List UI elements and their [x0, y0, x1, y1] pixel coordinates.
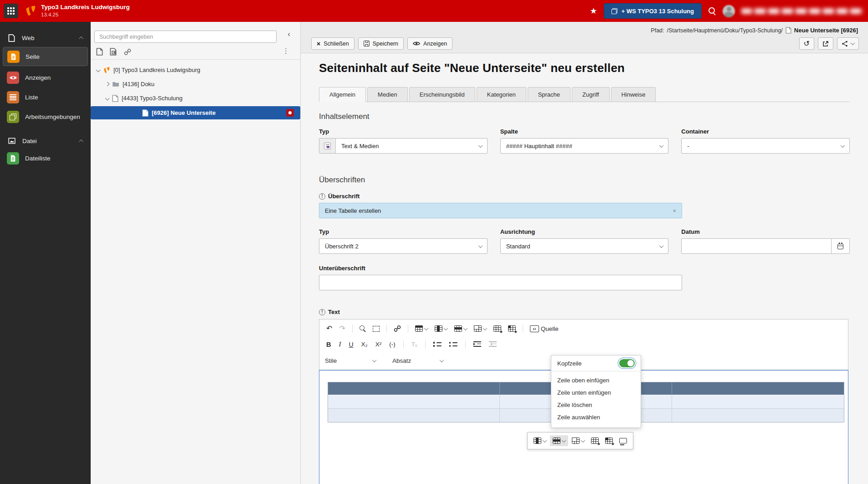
spalte-select[interactable]: ##### Hauptinhalt #####	[500, 138, 669, 154]
cell-properties-button[interactable]	[506, 324, 518, 334]
insert-link-button[interactable]	[391, 323, 403, 334]
source-button[interactable]: ‹› Quelle	[528, 324, 561, 334]
balloon-table-properties-button[interactable]	[588, 435, 601, 446]
sidebar-item-dateiliste[interactable]: Dateiliste	[3, 150, 88, 166]
close-button[interactable]: × Schließen	[311, 37, 354, 50]
collapse-tree-icon[interactable]: ‹	[288, 30, 290, 38]
tab-medien[interactable]: Medien	[367, 87, 408, 102]
tree-node-root[interactable]: [0] Typo3 Landkreis Ludwigsburg	[91, 63, 300, 77]
sidebar-item-liste[interactable]: Liste	[3, 89, 88, 105]
tree-node-neue-unterseite-selected[interactable]: [6926] Neue Unterseite	[91, 106, 300, 119]
user-avatar[interactable]	[723, 5, 735, 17]
clear-field-icon[interactable]: ×	[673, 207, 676, 214]
header-row-toggle-switch[interactable]	[619, 359, 635, 367]
redo-button[interactable]: ↷	[337, 323, 347, 334]
chevron-down-icon[interactable]	[96, 68, 101, 72]
history-button[interactable]: ↺	[799, 37, 814, 50]
italic-button[interactable]: I	[336, 339, 343, 350]
container-select[interactable]: -	[681, 138, 850, 154]
view-button-label: Anzeigen	[423, 41, 447, 47]
tree-search-input[interactable]	[94, 31, 277, 43]
ueberschrift-typ-select[interactable]: Überschrift 2	[319, 238, 488, 254]
tab-zugriff[interactable]: Zugriff	[572, 87, 610, 102]
table-icon	[415, 325, 423, 332]
merge-cells-button[interactable]	[472, 324, 489, 334]
balloon-cell-properties-button[interactable]	[602, 435, 616, 446]
balloon-column-button[interactable]	[531, 435, 549, 446]
table-row-button[interactable]	[452, 324, 469, 334]
outdent-button[interactable]	[487, 340, 499, 349]
balloon-row-button[interactable]	[550, 435, 568, 446]
save-button[interactable]: Speichern	[358, 37, 404, 50]
sidebar-item-arbeitsumgebungen[interactable]: Arbeitsumgebungen	[3, 108, 88, 125]
tree-more-icon[interactable]: ⋮	[282, 47, 289, 55]
module-section-web[interactable]: Web	[0, 32, 91, 44]
tree-node-doku[interactable]: [4136] Doku	[91, 77, 300, 91]
document-icon	[8, 34, 15, 42]
superscript-button[interactable]: X²	[373, 339, 384, 350]
table-row-icon	[454, 325, 462, 332]
open-in-new-window-button[interactable]	[818, 37, 833, 50]
tab-allgemein[interactable]: Allgemein	[319, 87, 366, 102]
content-element-icon-box	[319, 139, 336, 153]
module-grid-button[interactable]	[4, 4, 18, 18]
paragraph-format-dropdown[interactable]: Absatz	[392, 357, 443, 364]
header-row-toggle-item[interactable]: Kopfzeile	[551, 355, 641, 371]
indent-button[interactable]	[471, 340, 483, 349]
bullet-list-button[interactable]	[447, 340, 460, 349]
sidebar-item-seite[interactable]: Seite	[3, 47, 88, 66]
table-header-cell[interactable]	[672, 382, 844, 396]
chevron-down-icon[interactable]	[105, 96, 110, 101]
numbered-list-button[interactable]	[431, 340, 444, 349]
tab-kategorien[interactable]: Kategorien	[477, 87, 526, 102]
user-name-redacted[interactable]	[741, 8, 863, 14]
ueberschrift-input[interactable]: Eine Tabelle erstellen ×	[319, 203, 682, 218]
remove-format-button[interactable]: Tₓ	[409, 339, 420, 350]
menu-item-select-row[interactable]: Zeile auswählen	[551, 411, 641, 423]
underline-button[interactable]: U	[346, 339, 355, 350]
insert-table-button[interactable]	[413, 324, 430, 334]
select-all-button[interactable]	[370, 324, 382, 334]
subscript-button[interactable]: X₂	[359, 339, 370, 350]
tab-erscheinungsbild[interactable]: Erscheinungsbild	[409, 87, 475, 102]
soft-hyphen-button[interactable]: (-)	[387, 339, 398, 350]
table-cell[interactable]	[328, 409, 500, 422]
find-replace-button[interactable]	[357, 324, 368, 334]
tab-sprache[interactable]: Sprache	[528, 87, 570, 102]
table-header-cell[interactable]	[328, 382, 500, 396]
tab-hinweise[interactable]: Hinweise	[611, 87, 656, 102]
table-properties-button[interactable]	[491, 324, 503, 334]
typ-select[interactable]: Text & Medien	[319, 138, 488, 154]
balloon-fullscreen-button[interactable]	[616, 436, 630, 446]
chevron-right-icon[interactable]	[105, 82, 110, 87]
new-page-drag-icon[interactable]	[110, 48, 117, 56]
search-icon[interactable]	[708, 7, 716, 15]
sidebar-item-anzeigen[interactable]: Anzeigen	[3, 69, 88, 86]
view-button[interactable]: Anzeigen	[407, 37, 452, 50]
bookmark-star-icon[interactable]: ★	[590, 7, 597, 15]
menu-item-insert-row-above[interactable]: Zeile oben einfügen	[551, 374, 641, 386]
styles-dropdown[interactable]: Stile	[325, 357, 376, 364]
share-button[interactable]	[837, 37, 859, 50]
bold-button[interactable]: B	[324, 339, 333, 350]
ausrichtung-select[interactable]: Standard	[500, 238, 669, 254]
field-label: Unterüberschrift	[319, 265, 850, 272]
chevron-down-icon	[659, 243, 664, 248]
datum-input[interactable]	[681, 238, 832, 254]
unterueberschrift-input[interactable]	[319, 275, 682, 290]
table-cell[interactable]	[672, 396, 844, 409]
stop-editing-icon[interactable]	[286, 109, 294, 117]
balloon-merge-button[interactable]	[569, 435, 587, 446]
undo-button[interactable]: ↶	[324, 323, 334, 334]
workspace-button[interactable]: + WS TYPO3 13 Schulung	[604, 3, 702, 19]
tree-node-typo3-schulung[interactable]: [4433] Typo3-Schulung	[91, 91, 300, 105]
new-page-icon[interactable]	[96, 48, 103, 56]
table-column-button[interactable]	[432, 324, 450, 334]
table-cell[interactable]	[672, 409, 844, 422]
menu-item-insert-row-below[interactable]: Zeile unten einfügen	[551, 386, 641, 399]
menu-item-delete-row[interactable]: Zeile löschen	[551, 399, 641, 411]
table-cell[interactable]	[328, 396, 500, 409]
module-section-datei[interactable]: Datei	[0, 135, 91, 147]
link-icon[interactable]	[124, 48, 131, 56]
datepicker-button[interactable]	[832, 238, 850, 254]
